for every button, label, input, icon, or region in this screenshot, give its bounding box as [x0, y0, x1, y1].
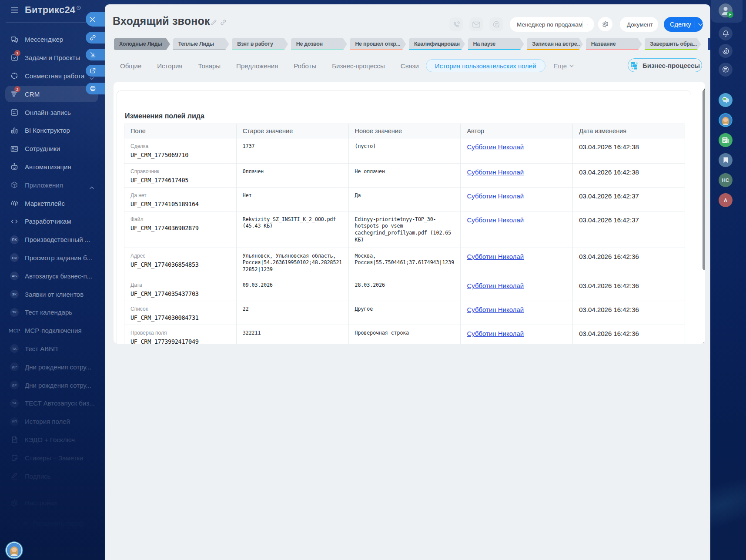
sidebar-item-автозапуск-бизнес-п-[interactable]: АБАвтозапуск бизнес-п...: [0, 267, 104, 285]
tab-more[interactable]: Еще: [554, 62, 574, 70]
chat-transfer-icon: [492, 20, 500, 28]
rail-chat-ns[interactable]: НС: [719, 173, 733, 187]
tab-бизнес-процессы[interactable]: Бизнес-процессы: [332, 62, 385, 70]
author-link[interactable]: Субботин Николай: [467, 192, 524, 200]
sidebar-item-автоматизация[interactable]: Автоматизация: [0, 158, 104, 176]
sidebar-item-тест-автозапуск-биз-[interactable]: ТАТЕСТ Автозапуск биз...: [0, 394, 104, 412]
table-row: АдресUF_CRM_1774036854853Ульяновск, Улья…: [124, 248, 685, 277]
author-link[interactable]: Субботин Николай: [467, 282, 524, 289]
rail-divider: [721, 85, 732, 85]
menu-toggle-icon[interactable]: [11, 7, 18, 13]
stage-холодные-лиды[interactable]: Холодные Лиды: [114, 38, 170, 50]
business-processes-button[interactable]: Бизнес-процессы: [628, 58, 702, 72]
rail-notifications[interactable]: [719, 27, 733, 40]
pipeline-stage-next[interactable]: [708, 38, 710, 50]
author-link[interactable]: Субботин Николай: [467, 143, 524, 151]
sidebar-item-мср-подключения[interactable]: МСРМСР-подключения: [0, 322, 104, 340]
stage-записан-на-встре-[interactable]: Записан на встре...: [527, 38, 583, 50]
tab-товары[interactable]: Товары: [198, 62, 221, 70]
author-link[interactable]: Субботин Николай: [467, 306, 524, 313]
edit-title-icon[interactable]: [211, 19, 217, 27]
author-link[interactable]: Субботин Николай: [467, 216, 524, 224]
author-link[interactable]: Субботин Николай: [467, 168, 524, 176]
column-header: Дата изменения: [573, 124, 685, 138]
upgrade-plan-button[interactable]: Расширить тариф: [7, 518, 99, 529]
stage-status-line: [468, 49, 524, 50]
sidebar-item-подпись[interactable]: Подпись: [0, 467, 104, 485]
bell-icon: [722, 30, 730, 38]
sidebar-item-label: МСР-подключения: [25, 327, 95, 334]
logo[interactable]: Битрикс24: [25, 4, 81, 16]
table-row: ФайлUF_CRM_1774036902879Rekvizity_SZ_INS…: [124, 211, 685, 248]
sidebar-item-label: Онлайн-запись: [25, 109, 95, 116]
sidebar-item-кэдо-госключ[interactable]: КЭДО + Госключ: [0, 431, 104, 449]
stage-взят-в-работу[interactable]: Взят в работу: [232, 38, 288, 50]
cell-date: 03.04.2026 16:42:36: [573, 301, 685, 325]
cell-field: СделкаUF_CRM_1775069710: [124, 138, 237, 163]
chevron-up-icon: [90, 183, 94, 191]
stage-label: Взят в работу: [237, 38, 285, 50]
stage-status-line: [350, 49, 406, 50]
sidebar-item-производственный-[interactable]: ПКПроизводственный ...: [0, 231, 104, 249]
tab-связи[interactable]: Связи: [401, 62, 419, 70]
sidebar-item-просмотр-задания-б-[interactable]: ПЗПросмотр задания б...: [0, 249, 104, 267]
sidebar-item-label: Заявки от клиентов: [25, 291, 95, 298]
stage-на-паузе[interactable]: На паузе: [468, 38, 524, 50]
change-date: 03.04.2026 16:42:38: [579, 168, 639, 176]
sidebar-item-сотрудники[interactable]: Сотрудники: [0, 140, 104, 158]
sidebar-item-настройки[interactable]: Настройки: [0, 494, 104, 512]
tab-история-пользовательских-полей[interactable]: История пользовательских полей: [426, 59, 545, 72]
sidebar-item-bi-конструктор[interactable]: BI Конструктор: [0, 121, 104, 140]
cell-new-value: Москва, Россия|55.7504461;37.6174943|123…: [348, 248, 461, 277]
stage-квалифицирован[interactable]: Квалифицирован: [409, 38, 465, 50]
sidebar-item-label: Приложения: [25, 181, 95, 189]
rail-news-feed[interactable]: [719, 133, 733, 147]
sidebar-item-дни-рождения-сотру-[interactable]: ДРДни рождения сотру...: [0, 358, 104, 376]
rail-messenger-chat[interactable]: [719, 93, 733, 107]
sidebar-item-тест-календарь[interactable]: ТКТест календарь: [0, 303, 104, 322]
sidebar-item-стикеры-заметки[interactable]: Стикеры – Заметки: [0, 449, 104, 467]
rail-recent-user-photo[interactable]: [719, 113, 733, 127]
sidebar-item-разработчикам[interactable]: Разработчикам: [0, 212, 104, 231]
tab-история[interactable]: История: [157, 62, 182, 70]
sidebar-user-avatar[interactable]: [7, 543, 21, 557]
sidebar-item-заявки-от-клиентов[interactable]: ЗКЗаявки от клиентов: [0, 285, 104, 303]
stage-теплые-лиды[interactable]: Теплые Лиды: [173, 38, 229, 50]
rail-chat-transfer[interactable]: [719, 63, 733, 77]
rail-profile[interactable]: [719, 3, 733, 17]
sidebar-item-приложения[interactable]: Приложения: [0, 176, 104, 194]
tab-предложения[interactable]: Предложения: [236, 62, 278, 70]
author-link[interactable]: Субботин Николай: [467, 253, 524, 260]
sidebar-item-тест-авбп[interactable]: ТАТест АВБП: [0, 340, 104, 358]
sidebar-item-label: Автозапуск бизнес-п...: [25, 272, 95, 280]
sidebar-item-дни-рождения-сотру-[interactable]: ДРДни рождения сотру...: [0, 376, 104, 394]
stage-не-дозвон[interactable]: Не дозвон: [291, 38, 347, 50]
title-link-icon[interactable]: [220, 19, 227, 27]
document-dropdown[interactable]: Документ: [620, 17, 658, 32]
tab-общие[interactable]: Общие: [120, 62, 141, 70]
rail-chat-a[interactable]: А: [719, 193, 733, 207]
open-chat-button[interactable]: [489, 17, 503, 31]
tab-роботы[interactable]: Роботы: [294, 62, 316, 70]
rail-saved-messages[interactable]: [719, 153, 733, 167]
author-link[interactable]: Субботин Николай: [467, 330, 524, 337]
call-button[interactable]: [449, 17, 463, 31]
settings-button[interactable]: [598, 17, 612, 31]
sidebar-item-label: История полей: [25, 418, 95, 425]
create-deal-button[interactable]: Сделку: [664, 17, 703, 32]
stage-не-прошел-откр-[interactable]: Не прошел откр...: [350, 38, 406, 50]
role-dropdown[interactable]: Менеджер по продажам: [510, 17, 594, 32]
scroll-down-arrow[interactable]: [702, 340, 705, 344]
stage-status-line: [645, 49, 701, 50]
stage-завершить-обра-[interactable]: Завершить обра...: [645, 38, 701, 50]
sidebar-item-маркетплейс[interactable]: Маркетплейс: [0, 194, 104, 212]
cell-date: 03.04.2026 16:42:38: [573, 138, 685, 163]
stage-название[interactable]: Название: [586, 38, 642, 50]
marketplace-icon: [10, 199, 19, 208]
stage-label: Завершить обра...: [650, 38, 698, 50]
sidebar-item-онлайн-запись[interactable]: Онлайн-запись: [0, 103, 104, 121]
scrollbar-thumb[interactable]: [703, 90, 705, 270]
email-button[interactable]: [469, 17, 483, 31]
sidebar-item-история-полей[interactable]: ИПИстория полей: [0, 412, 104, 431]
rail-copilot[interactable]: [719, 44, 733, 58]
